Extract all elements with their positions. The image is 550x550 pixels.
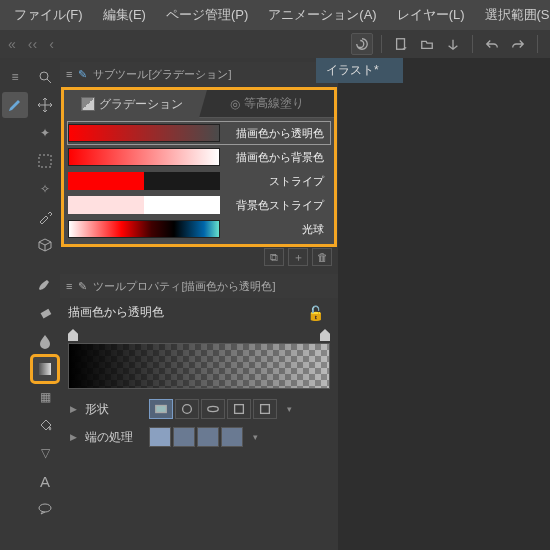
property-row-edge: ▶ 端の処理 ▾ xyxy=(60,423,338,451)
fill-tool-icon[interactable] xyxy=(32,412,58,438)
zoom-tool-icon[interactable] xyxy=(32,64,58,90)
gradient-preset-item[interactable]: 背景色ストライプ xyxy=(68,194,330,216)
open-icon[interactable] xyxy=(416,33,438,55)
add-icon[interactable]: ＋ xyxy=(288,248,308,266)
svg-rect-2 xyxy=(39,155,51,167)
menu-page[interactable]: ページ管理(P) xyxy=(158,2,256,28)
gradient-stop-handle[interactable] xyxy=(320,329,330,341)
divider xyxy=(472,35,473,53)
text-tool-icon[interactable]: A xyxy=(32,468,58,494)
preset-label: 描画色から背景色 xyxy=(220,150,330,165)
svg-rect-9 xyxy=(235,405,244,414)
panels: ≡ ✎ サブツール[グラデーション] グラデーション ◎ 等高線塗り 描画色から… xyxy=(60,58,338,550)
dropdown-icon[interactable]: ▾ xyxy=(253,432,258,442)
gradient-preset-item[interactable]: 描画色から透明色 xyxy=(68,122,330,144)
property-subtitle-row: 描画色から透明色 🔓 xyxy=(60,298,338,323)
nav-prev-icon[interactable]: ‹‹ xyxy=(28,36,37,52)
brush2-tool-icon[interactable]: ✦ xyxy=(32,120,58,146)
brush-icon: ✎ xyxy=(78,280,87,293)
gradient-stop-handle[interactable] xyxy=(68,329,78,341)
edge-options xyxy=(149,427,243,447)
canvas[interactable] xyxy=(338,58,550,550)
gradient-preset-item[interactable]: 光球 xyxy=(68,218,330,240)
brush-icon: ✎ xyxy=(78,68,87,81)
edge-option-icon[interactable] xyxy=(221,427,243,447)
menu-icon[interactable]: ≡ xyxy=(2,64,28,90)
grip-icon[interactable]: ≡ xyxy=(66,280,72,292)
gradient-preset-list: 描画色から透明色 描画色から背景色 ストライプ 背景色ストライプ 光球 xyxy=(64,118,334,242)
balloon-tool-icon[interactable] xyxy=(32,496,58,522)
tab-contour-label: 等高線塗り xyxy=(244,95,304,112)
document-tab[interactable]: イラスト* xyxy=(316,58,403,83)
new-icon[interactable] xyxy=(390,33,412,55)
divider xyxy=(537,35,538,53)
vector-tool-icon[interactable]: ▽ xyxy=(32,440,58,466)
tab-contour[interactable]: ◎ 等高線塗り xyxy=(199,90,334,118)
menu-select[interactable]: 選択範囲(S xyxy=(477,2,550,28)
move-tool-icon[interactable] xyxy=(32,92,58,118)
dropdown-icon[interactable]: ▾ xyxy=(287,404,292,414)
gradient-preset-item[interactable]: 描画色から背景色 xyxy=(68,146,330,168)
toolbar: « ‹‹ ‹ xyxy=(0,30,550,58)
divider xyxy=(381,35,382,53)
panel-nav: « ‹‹ ‹ xyxy=(4,36,54,52)
lock-icon[interactable]: 🔓 xyxy=(307,305,330,321)
edge-option-icon[interactable] xyxy=(173,427,195,447)
svg-point-8 xyxy=(208,406,219,411)
gradient-preset-item[interactable]: ストライプ xyxy=(68,170,330,192)
property-row-shape: ▶ 形状 ▾ xyxy=(60,395,338,423)
gradient-preview-bar[interactable] xyxy=(68,343,330,389)
menu-bar: ファイル(F) 編集(E) ページ管理(P) アニメーション(A) レイヤー(L… xyxy=(0,0,550,30)
nav-back-icon[interactable]: ‹ xyxy=(49,36,54,52)
svg-rect-4 xyxy=(39,363,51,375)
shape-option-icon[interactable] xyxy=(227,399,251,419)
gradient-icon xyxy=(81,97,95,111)
svg-rect-6 xyxy=(156,406,167,413)
expand-icon[interactable]: ▶ xyxy=(70,404,77,414)
eyedropper-icon[interactable] xyxy=(32,204,58,230)
gradient-preview xyxy=(68,148,220,166)
gradient-tool-icon[interactable] xyxy=(32,356,58,382)
eraser-tool-icon[interactable] xyxy=(32,300,58,326)
redo-icon[interactable] xyxy=(507,33,529,55)
svg-rect-10 xyxy=(261,405,270,414)
toolbox-left: ≡ xyxy=(0,58,30,550)
tab-gradient-label: グラデーション xyxy=(99,96,183,113)
menu-edit[interactable]: 編集(E) xyxy=(95,2,154,28)
edge-option-icon[interactable] xyxy=(197,427,219,447)
shape-option-icon[interactable] xyxy=(253,399,277,419)
property-panel-header: ≡ ✎ ツールプロパティ[描画色から透明色] xyxy=(60,274,338,298)
subtool-panel: グラデーション ◎ 等高線塗り 描画色から透明色 描画色から背景色 xyxy=(64,90,334,244)
preset-label: 光球 xyxy=(220,222,330,237)
shape-ellipse-icon[interactable] xyxy=(201,399,225,419)
cube-tool-icon[interactable] xyxy=(32,232,58,258)
undo-icon[interactable] xyxy=(481,33,503,55)
tab-gradient[interactable]: グラデーション xyxy=(64,90,199,118)
delete-icon[interactable]: 🗑 xyxy=(312,248,332,266)
pattern-tool-icon[interactable]: ▦ xyxy=(32,384,58,410)
grip-icon[interactable]: ≡ xyxy=(66,68,72,80)
expand-icon[interactable]: ▶ xyxy=(70,432,77,442)
gradient-editor[interactable] xyxy=(68,329,330,389)
property-name: 描画色から透明色 xyxy=(68,304,164,321)
subtool-actions: ⧉ ＋ 🗑 xyxy=(60,246,338,268)
shape-linear-icon[interactable] xyxy=(149,399,173,419)
shape-radial-icon[interactable] xyxy=(175,399,199,419)
edge-option-icon[interactable] xyxy=(149,427,171,447)
menu-layer[interactable]: レイヤー(L) xyxy=(389,2,473,28)
spiral-icon[interactable] xyxy=(351,33,373,55)
preset-label: 描画色から透明色 xyxy=(220,126,330,141)
select-rect-icon[interactable] xyxy=(32,148,58,174)
duplicate-icon[interactable]: ⧉ xyxy=(264,248,284,266)
nav-first-icon[interactable]: « xyxy=(8,36,16,52)
prop-label: 形状 xyxy=(85,401,141,418)
contour-icon: ◎ xyxy=(230,97,240,111)
menu-file[interactable]: ファイル(F) xyxy=(6,2,91,28)
wand-tool-icon[interactable]: ✧ xyxy=(32,176,58,202)
menu-anim[interactable]: アニメーション(A) xyxy=(260,2,384,28)
save-icon[interactable] xyxy=(442,33,464,55)
blend-tool-icon[interactable] xyxy=(32,328,58,354)
svg-point-1 xyxy=(40,72,48,80)
brush-tool-icon[interactable] xyxy=(2,92,28,118)
pen-tool-icon[interactable] xyxy=(32,272,58,298)
